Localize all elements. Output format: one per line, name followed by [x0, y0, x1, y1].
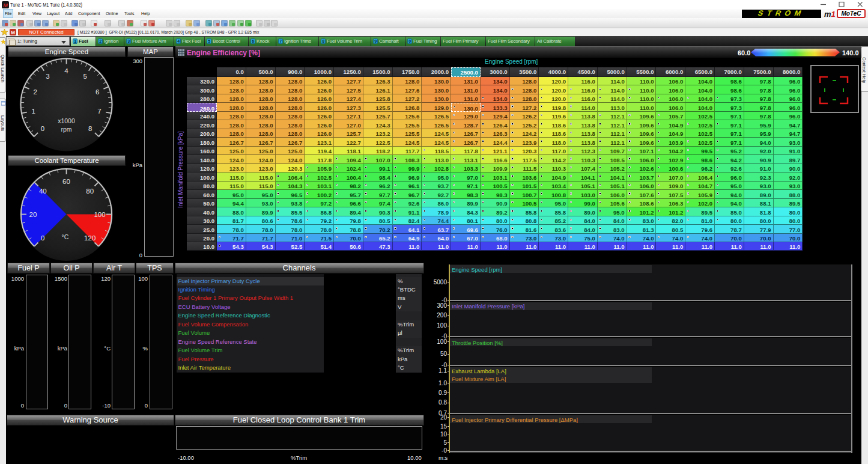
- svg-text:0: 0: [41, 234, 44, 242]
- svg-text:x1000: x1000: [58, 117, 75, 124]
- svg-text:2: 2: [34, 88, 37, 96]
- svg-text:6: 6: [96, 88, 99, 96]
- svg-text:3: 3: [46, 73, 49, 80]
- svg-text:8: 8: [88, 125, 92, 132]
- svg-text:20: 20: [29, 211, 37, 218]
- svg-text:rpm: rpm: [61, 126, 71, 133]
- svg-text:120: 120: [84, 234, 96, 242]
- svg-text:40: 40: [39, 188, 47, 195]
- svg-text:60: 60: [62, 178, 70, 185]
- svg-text:0: 0: [41, 125, 44, 132]
- svg-text:°C: °C: [62, 233, 69, 240]
- svg-text:80: 80: [86, 188, 94, 195]
- svg-text:5: 5: [83, 73, 86, 80]
- svg-text:7: 7: [97, 108, 101, 115]
- svg-text:100: 100: [94, 211, 105, 218]
- svg-text:4: 4: [64, 67, 68, 75]
- svg-text:1: 1: [31, 108, 35, 115]
